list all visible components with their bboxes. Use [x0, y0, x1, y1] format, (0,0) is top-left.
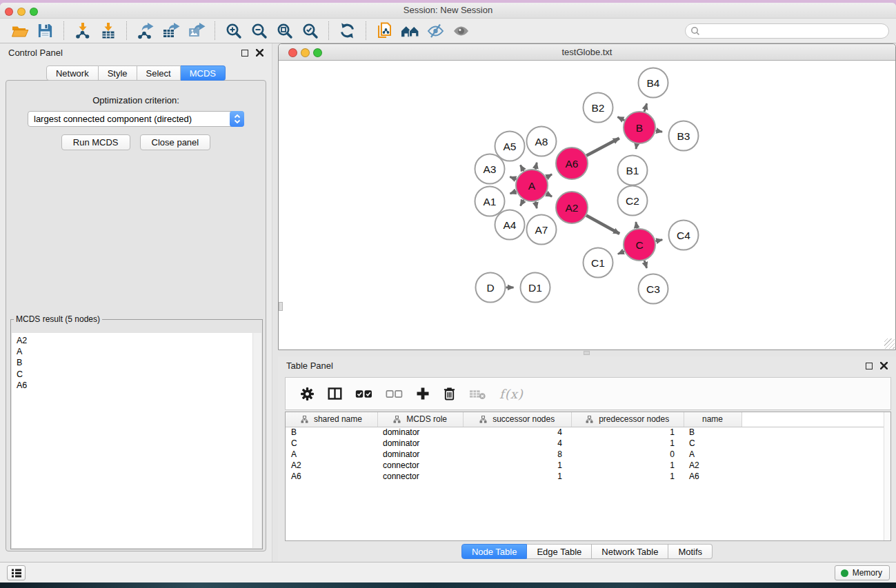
float-table-panel-button[interactable] [866, 363, 873, 369]
graph-node-C4[interactable]: C4 [669, 221, 699, 250]
table-row[interactable]: A2connector11A2 [286, 460, 890, 471]
graph-edge-A-A6[interactable] [546, 174, 552, 178]
close-panel-button[interactable]: Close panel [140, 134, 211, 150]
minimize-window-button[interactable] [17, 8, 26, 16]
graph-edge-A-A8[interactable] [535, 163, 537, 170]
graph-node-C[interactable]: C [624, 229, 655, 261]
clone-network-button[interactable] [372, 21, 397, 41]
column-header-shared-name[interactable]: shared name [286, 412, 377, 427]
graph-edge-A-A4[interactable] [520, 200, 524, 206]
graph-node-C1[interactable]: C1 [584, 248, 613, 278]
cell[interactable]: dominator [377, 427, 463, 438]
graph-edge-C-C4[interactable] [655, 240, 662, 241]
mcds-result-list[interactable]: A2ABCA6 [12, 333, 261, 548]
table-settings-button[interactable] [300, 387, 315, 401]
cell[interactable]: A2 [286, 460, 377, 471]
table-scrollbar[interactable] [884, 412, 890, 540]
cell[interactable]: connector [377, 471, 463, 482]
search-input[interactable] [700, 26, 888, 36]
graph-node-A3[interactable]: A3 [475, 154, 505, 184]
cell[interactable]: connector [377, 460, 463, 471]
cell[interactable]: A6 [286, 471, 377, 482]
cell[interactable]: dominator [377, 449, 463, 460]
cell[interactable]: 0 [571, 449, 684, 460]
cell[interactable]: B [684, 427, 741, 438]
deselect-all-button[interactable] [386, 389, 403, 399]
graph-node-A2[interactable]: A2 [556, 192, 588, 223]
function-builder-button[interactable]: f(x) [499, 387, 524, 401]
tab-mcds[interactable]: MCDS [181, 65, 226, 81]
delete-column-button[interactable] [443, 386, 456, 401]
close-table-panel-icon[interactable] [880, 362, 888, 369]
graph-node-B[interactable]: B [624, 112, 655, 143]
graph-node-B1[interactable]: B1 [618, 156, 648, 185]
splitter-handle[interactable] [279, 302, 283, 311]
graph-edge-B-B4[interactable] [644, 103, 647, 112]
column-header-name[interactable]: name [684, 412, 741, 427]
column-header-successor-nodes[interactable]: successor nodes [463, 412, 571, 427]
export-image-button[interactable] [183, 21, 209, 41]
close-network-window-button[interactable] [288, 48, 297, 57]
cell[interactable]: 8 [463, 449, 571, 460]
graph-node-A[interactable]: A [516, 170, 548, 201]
graph-edge-A-A1[interactable] [510, 192, 517, 194]
show-graphics-details-button[interactable] [448, 21, 474, 41]
run-mcds-button[interactable]: Run MCDS [61, 134, 130, 150]
import-network-button[interactable] [70, 21, 95, 41]
cell[interactable]: 1 [463, 471, 571, 482]
cell[interactable]: A [286, 449, 377, 460]
zoom-in-button[interactable] [221, 21, 246, 41]
zoom-window-button[interactable] [30, 8, 38, 16]
mcds-result-item[interactable]: A2 [17, 335, 261, 346]
export-network-button[interactable] [132, 21, 158, 41]
graph-node-A6[interactable]: A6 [556, 148, 588, 179]
cell[interactable]: B [286, 427, 377, 438]
cell[interactable]: A6 [684, 471, 741, 482]
graph-node-A4[interactable]: A4 [495, 210, 525, 240]
cell[interactable]: 4 [463, 438, 571, 449]
table-row[interactable]: Adominator80A [286, 449, 890, 460]
network-canvas[interactable]: B4B2BB3A5A8A6B1A3AA1C2A2A4A7C4CC1C3DD1 [279, 61, 895, 349]
delete-table-button[interactable] [469, 388, 486, 400]
zoom-fit-button[interactable] [272, 21, 297, 41]
graph-edge-C-C2[interactable] [636, 222, 637, 228]
hide-graphics-details-button[interactable] [423, 21, 448, 41]
import-table-button[interactable] [95, 21, 121, 41]
cell[interactable]: A2 [684, 460, 741, 471]
graph-edge-C-C3[interactable] [644, 261, 646, 268]
graph-edge-C-C1[interactable] [618, 252, 624, 254]
graph-node-A5[interactable]: A5 [495, 132, 525, 161]
column-header-predecessor-nodes[interactable]: predecessor nodes [571, 412, 684, 427]
cell[interactable]: C [684, 438, 741, 449]
minimize-network-window-button[interactable] [301, 48, 310, 57]
mcds-result-item[interactable]: C [17, 369, 261, 380]
mcds-result-item[interactable]: B [17, 357, 261, 368]
graph-node-B3[interactable]: B3 [669, 121, 699, 151]
memory-button[interactable]: Memory [835, 565, 890, 580]
cell[interactable]: 1 [571, 471, 684, 482]
float-panel-button[interactable] [241, 50, 248, 57]
open-session-button[interactable] [7, 21, 32, 41]
zoom-network-window-button[interactable] [313, 48, 322, 57]
graph-node-A7[interactable]: A7 [527, 215, 557, 245]
resize-grip[interactable] [884, 338, 895, 349]
graph-edge-A-A7[interactable] [535, 201, 537, 208]
cell[interactable]: A [684, 449, 741, 460]
criterion-dropdown[interactable]: largest connected component (directed) [28, 111, 244, 127]
graph-node-C2[interactable]: C2 [618, 186, 648, 216]
tab-style[interactable]: Style [99, 65, 137, 81]
graph-node-D1[interactable]: D1 [521, 273, 550, 303]
graph-node-A8[interactable]: A8 [527, 127, 557, 156]
tab-edge-table[interactable]: Edge Table [527, 544, 592, 559]
zoom-selected-button[interactable] [297, 21, 323, 41]
save-session-button[interactable] [32, 21, 58, 41]
tab-network[interactable]: Network [46, 65, 99, 81]
graph-edge-A6-B[interactable] [586, 139, 619, 156]
export-table-button[interactable] [158, 21, 183, 41]
graph-node-A1[interactable]: A1 [475, 187, 505, 216]
zoom-out-button[interactable] [246, 21, 272, 41]
graph-edge-A2-C[interactable] [586, 216, 619, 234]
column-visibility-button[interactable] [328, 387, 342, 401]
table-row[interactable]: Bdominator41B [286, 427, 890, 438]
cell[interactable]: 1 [571, 438, 684, 449]
